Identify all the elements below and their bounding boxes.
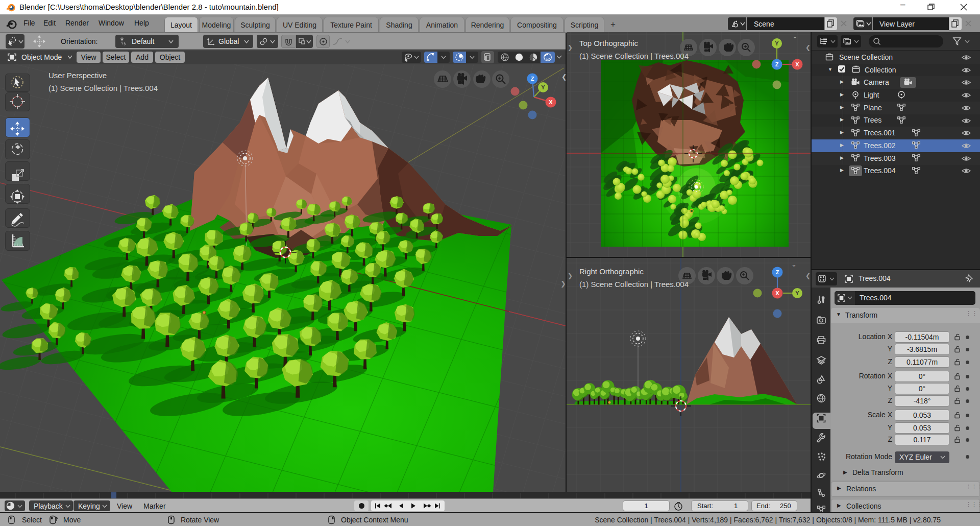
- svg-text:Z: Z: [531, 76, 534, 82]
- svg-text:X: X: [775, 290, 779, 296]
- svg-text:⌄: ⌄: [792, 32, 798, 40]
- svg-text:❮: ❮: [561, 73, 566, 81]
- svg-text:(1) Scene Collection | Trees.0: (1) Scene Collection | Trees.004: [579, 52, 689, 60]
- svg-text:X: X: [795, 61, 799, 67]
- svg-text:Top Orthographic: Top Orthographic: [579, 39, 639, 47]
- svg-text:❯: ❯: [568, 272, 573, 279]
- svg-text:Y: Y: [541, 84, 545, 90]
- svg-text:❮: ❮: [805, 44, 811, 51]
- svg-text:Z: Z: [775, 61, 779, 67]
- svg-text:(1) Scene Collection | Trees.0: (1) Scene Collection | Trees.004: [579, 280, 689, 289]
- svg-text:Y: Y: [775, 40, 779, 46]
- svg-text:Z: Z: [776, 269, 779, 275]
- svg-text:X: X: [549, 99, 553, 105]
- svg-text:Y: Y: [795, 290, 799, 296]
- svg-text:⌄: ⌄: [791, 260, 797, 268]
- svg-text:❯: ❯: [560, 280, 566, 288]
- svg-text:❯: ❯: [568, 44, 573, 51]
- svg-text:Right Orthographic: Right Orthographic: [579, 267, 644, 276]
- svg-text:❮: ❮: [805, 272, 811, 279]
